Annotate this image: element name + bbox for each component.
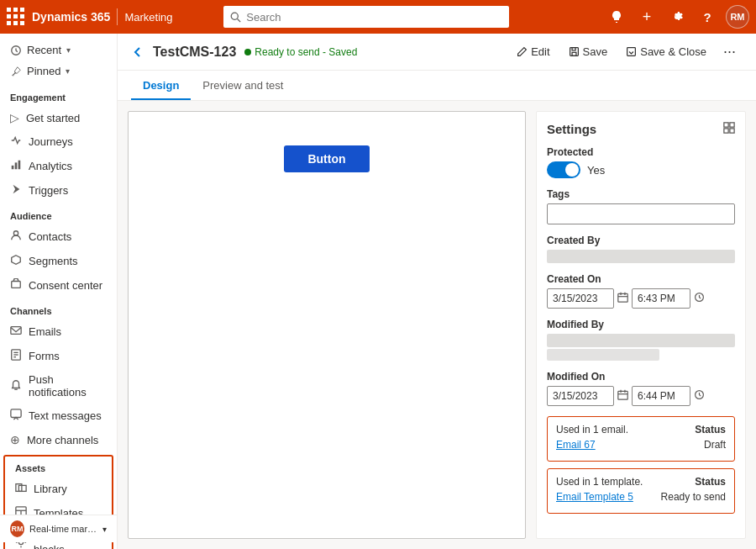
modified-by-label: Modified By (547, 319, 735, 330)
email-template-5-link[interactable]: Email Template 5 (556, 491, 633, 503)
back-button[interactable] (131, 45, 144, 59)
sidebar-item-text[interactable]: Text messages (0, 404, 117, 428)
tags-input[interactable] (547, 203, 735, 224)
sidebar-item-contacts[interactable]: Contacts (0, 224, 117, 249)
sidebar-pinned-toggle[interactable]: Pinned ▾ (10, 61, 107, 81)
settings-icon[interactable] (665, 5, 689, 29)
settings-expand-button[interactable] (723, 122, 735, 136)
tab-preview[interactable]: Preview and test (191, 71, 295, 100)
triggers-label: Triggers (29, 184, 68, 197)
search-box[interactable] (223, 6, 509, 28)
created-on-date-input[interactable] (547, 288, 614, 309)
svg-rect-28 (730, 123, 734, 127)
contacts-label: Contacts (29, 230, 71, 243)
sidebar-item-triggers[interactable]: Triggers (0, 178, 117, 203)
sidebar-item-analytics[interactable]: Analytics (0, 154, 117, 178)
help-icon[interactable]: ? (696, 5, 719, 29)
sidebar-item-segments[interactable]: Segments (0, 249, 117, 273)
status-text: Ready to send - Saved (255, 46, 357, 58)
edit-button[interactable]: Edit (508, 41, 558, 62)
svg-rect-31 (618, 293, 627, 302)
usage-email-header: Used in 1 email. Status (556, 424, 726, 436)
search-input[interactable] (246, 11, 502, 24)
journeys-icon (10, 135, 22, 149)
sidebar-item-get-started[interactable]: ▷ Get started (0, 106, 117, 129)
template-status-value: Ready to send (661, 491, 726, 503)
modified-on-date-row (547, 386, 735, 406)
library-label: Library (34, 483, 67, 495)
email-67-link[interactable]: Email 67 (556, 439, 596, 451)
created-by-label: Created By (547, 235, 735, 246)
save-close-icon (626, 46, 637, 57)
protected-label: Protected (547, 146, 735, 158)
editor-area: Button Settings Protected (118, 101, 756, 549)
main-content: TestCMS-123 Ready to send - Saved Edit S… (118, 34, 756, 549)
created-by-field: Created By (547, 235, 735, 263)
calendar-icon-modified[interactable] (617, 389, 628, 403)
svg-point-0 (232, 13, 239, 19)
recent-chevron: ▾ (66, 45, 71, 55)
text-icon (10, 409, 22, 423)
sidebar-nav-top: Recent ▾ Pinned ▾ (0, 34, 117, 84)
consent-label: Consent center (29, 279, 102, 292)
more-options-button[interactable]: ··· (717, 39, 743, 65)
recent-label: Recent (27, 44, 61, 56)
sidebar-item-library[interactable]: Library (5, 477, 112, 501)
usage-email-status-col: Status (695, 424, 726, 436)
journeys-label: Journeys (29, 135, 73, 148)
svg-rect-16 (11, 409, 21, 418)
modified-on-time-input[interactable] (632, 386, 690, 406)
clock-icon-created[interactable] (694, 292, 705, 305)
sidebar-recent-toggle[interactable]: Recent ▾ (10, 40, 107, 60)
sidebar-item-consent[interactable]: Consent center (0, 273, 117, 298)
save-icon (569, 46, 580, 57)
avatar[interactable]: RM (726, 5, 749, 29)
brand-name[interactable]: Dynamics 365 (32, 10, 110, 24)
forms-icon (10, 349, 22, 363)
sidebar: Recent ▾ Pinned ▾ Engagement ▷ Get start… (0, 34, 118, 549)
get-started-label: Get started (26, 112, 80, 124)
lightbulb-icon[interactable] (605, 5, 628, 29)
sidebar-bottom-user[interactable]: RM Real-time marketi... ▾ (0, 515, 117, 542)
app-body: Recent ▾ Pinned ▾ Engagement ▷ Get start… (0, 34, 756, 549)
tags-label: Tags (547, 188, 735, 200)
status-dot (244, 49, 251, 55)
analytics-label: Analytics (29, 160, 72, 172)
canvas-button-element[interactable]: Button (284, 145, 369, 172)
toggle-yes-label: Yes (587, 164, 605, 177)
svg-rect-27 (724, 123, 728, 127)
created-on-label: Created On (547, 273, 735, 285)
modified-by-value (547, 334, 735, 347)
svg-point-7 (13, 231, 18, 235)
module-name: Marketing (124, 11, 172, 24)
add-icon[interactable]: + (635, 5, 659, 29)
waffle-menu[interactable] (7, 8, 25, 26)
workspace-chevron: ▾ (102, 525, 107, 534)
emails-label: Emails (29, 325, 61, 338)
command-buttons: Edit Save Save & Close ··· (508, 39, 743, 65)
modified-on-label: Modified On (547, 371, 735, 383)
protected-toggle[interactable] (547, 161, 580, 178)
clock-icon-modified[interactable] (694, 389, 705, 403)
search-icon (230, 12, 241, 23)
settings-title: Settings (547, 122, 596, 136)
tab-design[interactable]: Design (131, 71, 191, 100)
created-on-time-input[interactable] (632, 288, 690, 309)
sidebar-item-journeys[interactable]: Journeys (0, 129, 117, 154)
usage-email-detail: Email 67 Draft (556, 439, 726, 451)
usage-template-detail: Email Template 5 Ready to send (556, 491, 726, 503)
usage-email-box: Used in 1 email. Status Email 67 Draft (547, 416, 735, 462)
settings-header: Settings (547, 122, 735, 136)
email-status-value: Draft (704, 439, 726, 451)
edit-icon (517, 46, 528, 57)
sidebar-item-emails[interactable]: Emails (0, 319, 117, 344)
sidebar-item-more-channels[interactable]: ⊕ More channels (0, 428, 117, 451)
svg-rect-24 (572, 52, 576, 55)
save-button[interactable]: Save (560, 41, 617, 62)
calendar-icon-created[interactable] (617, 292, 628, 305)
created-on-date-row (547, 288, 735, 309)
modified-on-date-input[interactable] (547, 386, 614, 406)
sidebar-item-forms[interactable]: Forms (0, 344, 117, 368)
save-close-button[interactable]: Save & Close (617, 41, 715, 62)
sidebar-item-push[interactable]: Push notifications (0, 368, 117, 404)
